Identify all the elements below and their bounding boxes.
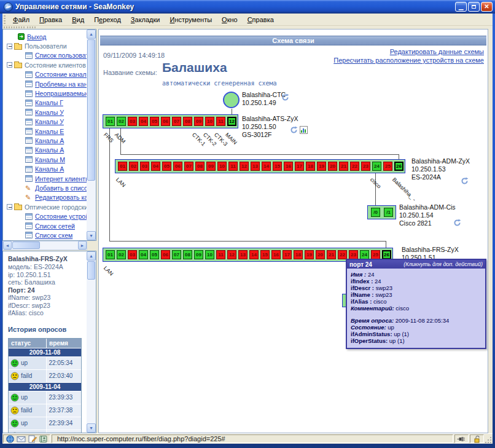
online-status[interactable] [454,434,469,443]
port-adm-07[interactable]: 07 [184,162,193,171]
expander-icon[interactable] [7,204,12,210]
resize-grip[interactable] [485,434,493,444]
port-adm-22[interactable]: 22 [350,162,359,171]
port-adm-13[interactable]: 13 [251,162,260,171]
port-ats-10[interactable]: 10 [205,117,214,126]
scroll-thumb[interactable] [87,261,95,280]
port-ats-12[interactable]: 12 [227,117,236,126]
port-ats-11[interactable]: 11 [216,117,225,126]
port-adm-08[interactable]: 08 [195,162,205,171]
port-tooltip[interactable]: порт 24 (Кликнуть для доп. действий) Имя… [346,259,486,349]
menu-item[interactable]: Файл [8,15,34,25]
port-frs-26[interactable]: 26 [382,250,391,259]
port-frs-04[interactable]: 04 [139,250,148,259]
tree-item[interactable]: Добавить в список к [3,183,96,192]
tree-item[interactable]: Выход [3,32,96,41]
port-frs-06[interactable]: 06 [161,250,170,259]
port-frs-13[interactable]: 13 [238,250,248,259]
tree-item[interactable]: Редактировать кана [3,193,96,202]
port-adm-09[interactable]: 09 [206,162,216,171]
port-cis-1[interactable]: /1 [384,208,393,217]
navigator-icon[interactable] [6,435,15,443]
port-adm-19[interactable]: 19 [317,162,326,171]
port-ats-02[interactable]: 02 [117,117,126,126]
port-adm-15[interactable]: 15 [273,162,282,171]
port-frs-10[interactable]: 10 [205,250,214,259]
address-book-icon[interactable] [39,435,48,443]
port-adm-03[interactable]: 03 [140,162,149,171]
port-adm-23[interactable]: 23 [361,162,370,171]
info-scrollbar-vertical[interactable]: ▲ ▼ [87,251,96,433]
port-frs-14[interactable]: 14 [249,250,259,259]
expander-icon[interactable] [7,62,12,68]
menu-grippy[interactable] [4,15,6,24]
port-ats-09[interactable]: 09 [194,117,203,126]
port-frs-07[interactable]: 07 [172,250,181,259]
tree-item[interactable]: Состояние клиентов [3,60,96,69]
toolbar-grippy[interactable] [27,26,36,28]
scroll-thumb[interactable] [87,39,95,181]
tree-item[interactable]: Список схем [3,230,96,240]
port-adm-04[interactable]: 04 [151,162,160,171]
scroll-down-arrow[interactable]: ▼ [87,231,96,240]
tree-item[interactable]: Каналы А [3,136,96,145]
port-adm-01[interactable]: 01 [118,162,127,171]
tree-item[interactable]: Список пользовател [3,51,96,60]
tree-item[interactable]: Пользователи [3,41,96,50]
port-adm-24[interactable]: 24 [372,162,381,171]
tree-item[interactable]: Проблемы на канал [3,79,96,88]
close-button[interactable]: ✕ [481,2,493,12]
port-frs-01[interactable]: 01 [106,250,115,259]
scroll-left-arrow[interactable]: ◄ [3,241,12,250]
tree-item[interactable]: Интернет клиенты [3,174,96,183]
composer-icon[interactable] [28,435,37,443]
tree-scrollbar-vertical[interactable]: ▲ ▼ [87,29,96,240]
menu-item[interactable]: Справка [243,15,279,25]
port-ats-08[interactable]: 08 [183,117,192,126]
tree-item[interactable]: Состояние устройст [3,211,96,221]
port-adm-10[interactable]: 10 [217,162,227,171]
port-frs-11[interactable]: 11 [216,250,225,259]
port-frs-25[interactable]: 25 [371,250,380,259]
port-frs-02[interactable]: 02 [117,250,126,259]
tree-scrollbar-horizontal[interactable]: ◄ ► [2,241,87,250]
title-bar[interactable]: Управление сетями - SeaMonkey ▁ ✕ [0,0,495,14]
port-frs-16[interactable]: 16 [271,250,281,259]
port-frs-08[interactable]: 08 [183,250,192,259]
mail-icon[interactable] [17,435,26,443]
port-ats-06[interactable]: 06 [161,117,170,126]
port-ats-07[interactable]: 07 [172,117,181,126]
scroll-down-arrow[interactable]: ▼ [87,423,96,433]
port-frs-12[interactable]: 12 [227,250,236,259]
port-frs-18[interactable]: 18 [294,250,303,259]
expander-icon[interactable] [7,44,12,49]
port-adm-18[interactable]: 18 [306,162,315,171]
tree-item[interactable]: Неопрашиваемые к [3,88,96,98]
scroll-up-arrow[interactable]: ▲ [87,29,96,39]
port-ats-03[interactable]: 03 [128,117,137,126]
port-frs-21[interactable]: 21 [327,250,336,259]
tree-item[interactable]: Оптические городские с [3,202,96,211]
port-frs-15[interactable]: 15 [260,250,270,259]
port-frs-22[interactable]: 22 [338,250,347,259]
toolbar-grippy[interactable] [4,26,25,28]
tree-item[interactable]: Каналы А [3,146,96,155]
scroll-up-arrow[interactable]: ▲ [87,251,96,261]
port-frs-24[interactable]: 24 [360,250,369,259]
port-adm-12[interactable]: 12 [240,162,249,171]
graph-icon[interactable] [300,126,308,134]
port-adm-26[interactable]: 26 [394,162,403,171]
tree-item[interactable]: Каналы А [3,164,96,173]
port-frs-20[interactable]: 20 [316,250,325,259]
port-frs-05[interactable]: 05 [150,250,159,259]
port-adm-17[interactable]: 17 [295,162,304,171]
port-adm-21[interactable]: 21 [339,162,348,171]
minimize-button[interactable]: ▁ [455,2,467,12]
port-adm-14[interactable]: 14 [262,162,271,171]
port-frs-03[interactable]: 03 [128,250,137,259]
port-adm-11[interactable]: 11 [228,162,238,171]
menu-item[interactable]: Закладки [126,15,165,25]
tree-item[interactable]: Каналы Г [3,98,96,108]
security-status[interactable] [470,434,484,443]
port-ats-01[interactable]: 01 [106,117,115,126]
